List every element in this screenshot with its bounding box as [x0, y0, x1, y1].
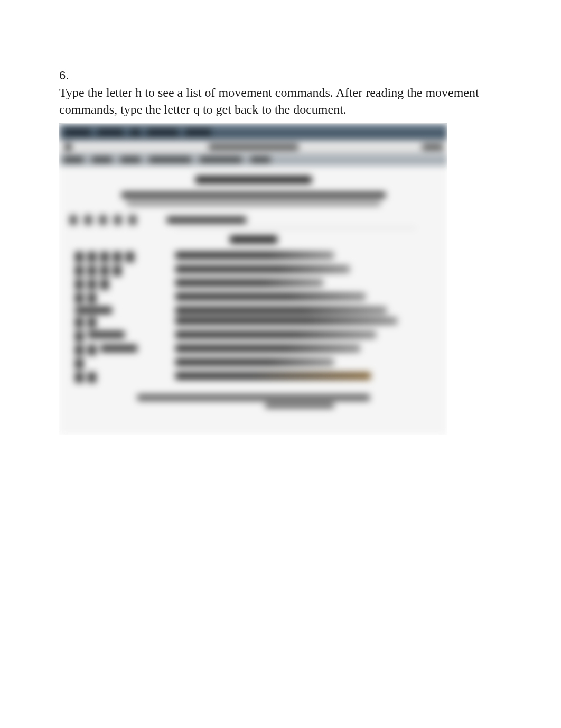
options-row [70, 215, 437, 225]
footer-note-tail [265, 403, 334, 408]
help-subheading-2 [127, 201, 380, 206]
section-heading-moving [230, 236, 277, 243]
help-subheading-1 [121, 192, 386, 198]
commands-grid [70, 252, 437, 383]
help-heading [195, 176, 312, 183]
close-icon [64, 143, 72, 151]
help-body [59, 165, 447, 435]
embedded-screenshot [59, 123, 447, 435]
step-number: 6. [59, 69, 502, 82]
window-titlebar [59, 140, 447, 154]
instruction-text: Type the letter h to see a list of movem… [59, 85, 502, 118]
menu-bar [59, 154, 447, 165]
window-controls [422, 144, 443, 150]
desktop-taskbar [59, 124, 447, 140]
window-title [209, 144, 298, 150]
footer-note [137, 394, 370, 401]
